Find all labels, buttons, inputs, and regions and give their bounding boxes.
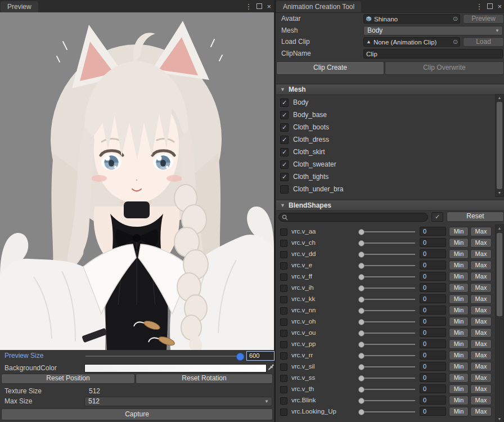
mesh-section-header[interactable]: ▼ Mesh <box>276 84 504 95</box>
blendshape-min-button[interactable]: Min <box>449 306 469 315</box>
blendshape-value-field[interactable]: 0 <box>420 306 446 315</box>
slider-knob[interactable] <box>358 330 364 336</box>
mesh-item-checkbox[interactable]: ✓ <box>280 136 289 144</box>
blendshape-slider[interactable] <box>359 276 415 278</box>
blendshape-value-field[interactable]: 0 <box>420 384 446 393</box>
blendshape-max-button[interactable]: Max <box>470 294 492 304</box>
slider-knob[interactable] <box>358 285 364 291</box>
scroll-up-icon[interactable]: ▲ <box>496 95 503 101</box>
blendshape-value-field[interactable]: 0 <box>420 272 446 281</box>
blendshape-max-button[interactable]: Max <box>470 272 492 281</box>
blendshape-min-button[interactable]: Min <box>449 283 469 293</box>
blendshape-max-button[interactable]: Max <box>470 351 492 360</box>
blendshape-checkbox[interactable] <box>280 408 287 416</box>
blendshape-value-field[interactable]: 0 <box>420 351 446 360</box>
reset-button[interactable]: Reset <box>447 212 504 222</box>
kebab-menu-icon[interactable]: ⋮ <box>245 3 252 10</box>
blendshape-value-field[interactable]: 0 <box>420 249 446 258</box>
mesh-item-checkbox[interactable]: ✓ <box>280 98 289 107</box>
blendshape-checkbox[interactable] <box>280 273 287 281</box>
blendshape-value-field[interactable]: 0 <box>420 396 446 405</box>
load-button[interactable]: Load <box>463 37 504 47</box>
slider-knob[interactable] <box>358 297 364 303</box>
slider-knob[interactable] <box>358 387 364 393</box>
mesh-item-checkbox[interactable]: ✓ <box>280 111 289 119</box>
blendshape-slider[interactable] <box>359 377 415 379</box>
blendshape-checkbox[interactable] <box>280 352 287 360</box>
slider-knob[interactable] <box>358 308 364 314</box>
blendshape-checkbox[interactable] <box>280 330 287 337</box>
object-picker-icon[interactable]: ⊙ <box>451 15 460 23</box>
blendshape-min-button[interactable]: Min <box>449 384 469 394</box>
blendshape-value-field[interactable]: 0 <box>420 227 446 236</box>
blendshape-value-field[interactable]: 0 <box>420 373 446 382</box>
blendshape-max-button[interactable]: Max <box>470 373 492 383</box>
blendshape-slider[interactable] <box>359 321 415 323</box>
blendshape-max-button[interactable]: Max <box>470 227 492 236</box>
blendshape-max-button[interactable]: Max <box>470 384 492 394</box>
blendshape-checkbox[interactable] <box>280 397 287 405</box>
blendshape-max-button[interactable]: Max <box>470 261 492 270</box>
blendshape-value-field[interactable]: 0 <box>420 317 446 326</box>
capture-button[interactable]: Capture <box>1 408 273 420</box>
preview-viewport[interactable] <box>0 12 274 350</box>
blendshape-min-button[interactable]: Min <box>449 261 469 270</box>
slider-knob[interactable] <box>358 263 364 269</box>
blendshape-max-button[interactable]: Max <box>470 328 492 338</box>
slider-knob[interactable] <box>236 353 244 361</box>
blendshape-search-input[interactable] <box>278 213 428 222</box>
tab-preview[interactable]: Preview <box>1 1 38 12</box>
eyedropper-icon[interactable] <box>268 363 274 372</box>
blendshape-slider[interactable] <box>359 388 415 390</box>
blendshape-checkbox[interactable] <box>280 251 287 258</box>
blendshape-checkbox[interactable] <box>280 363 287 371</box>
blendshape-value-field[interactable]: 0 <box>420 328 446 337</box>
scrollbar-thumb[interactable] <box>497 102 502 189</box>
object-picker-icon[interactable]: ⊙ <box>451 38 460 46</box>
blendshape-checkbox[interactable] <box>280 228 287 236</box>
blendshape-max-button[interactable]: Max <box>470 249 492 259</box>
slider-knob[interactable] <box>358 353 364 359</box>
clipname-input[interactable]: Clip <box>363 49 503 59</box>
preview-size-slider[interactable] <box>86 356 243 357</box>
blendshape-checkbox[interactable] <box>280 386 287 393</box>
mesh-item-checkbox[interactable]: ✓ <box>280 173 289 181</box>
blendshape-max-button[interactable]: Max <box>470 317 492 326</box>
max-size-dropdown[interactable]: 512 ▼ <box>84 397 272 406</box>
blendshape-slider[interactable] <box>359 411 415 413</box>
blendshape-min-button[interactable]: Min <box>449 328 469 338</box>
blendshape-checkbox[interactable] <box>280 341 287 348</box>
blendshape-slider[interactable] <box>359 298 415 300</box>
slider-knob[interactable] <box>358 240 364 246</box>
mesh-item-checkbox[interactable]: ✓ <box>280 123 289 132</box>
texture-size-value[interactable]: 512 <box>89 387 100 395</box>
blendshape-checkbox[interactable] <box>280 318 287 326</box>
blendshape-checkbox[interactable] <box>280 375 287 382</box>
blendshape-slider[interactable] <box>359 242 415 244</box>
blendshape-min-button[interactable]: Min <box>449 249 469 259</box>
blendshape-min-button[interactable]: Min <box>449 317 469 326</box>
blendshape-slider[interactable] <box>359 253 415 255</box>
maximize-icon[interactable] <box>256 3 262 9</box>
slider-knob[interactable] <box>358 229 364 235</box>
blendshape-checkbox[interactable] <box>280 240 287 247</box>
kebab-menu-icon[interactable]: ⋮ <box>475 3 483 10</box>
blendshape-slider[interactable] <box>359 287 415 289</box>
blendshape-min-button[interactable]: Min <box>449 362 469 371</box>
blendshape-checkbox[interactable] <box>280 307 287 315</box>
blendshape-max-button[interactable]: Max <box>470 283 492 293</box>
slider-knob[interactable] <box>358 274 364 280</box>
blendshapes-section-header[interactable]: ▼ BlendShapes <box>276 200 504 211</box>
blendshape-max-button[interactable]: Max <box>470 339 492 349</box>
blendshape-min-button[interactable]: Min <box>449 407 469 416</box>
clip-overwrite-button[interactable]: Clip Overwrite <box>385 61 504 75</box>
blendshape-max-button[interactable]: Max <box>470 306 492 315</box>
blendshape-slider[interactable] <box>359 231 415 233</box>
blendshape-slider[interactable] <box>359 366 415 368</box>
slider-knob[interactable] <box>358 342 364 348</box>
close-icon[interactable]: × <box>497 3 502 10</box>
clip-create-button[interactable]: Clip Create <box>276 61 384 75</box>
background-color-field[interactable] <box>84 364 267 372</box>
blendshape-min-button[interactable]: Min <box>449 351 469 360</box>
blendshape-slider[interactable] <box>359 354 415 357</box>
